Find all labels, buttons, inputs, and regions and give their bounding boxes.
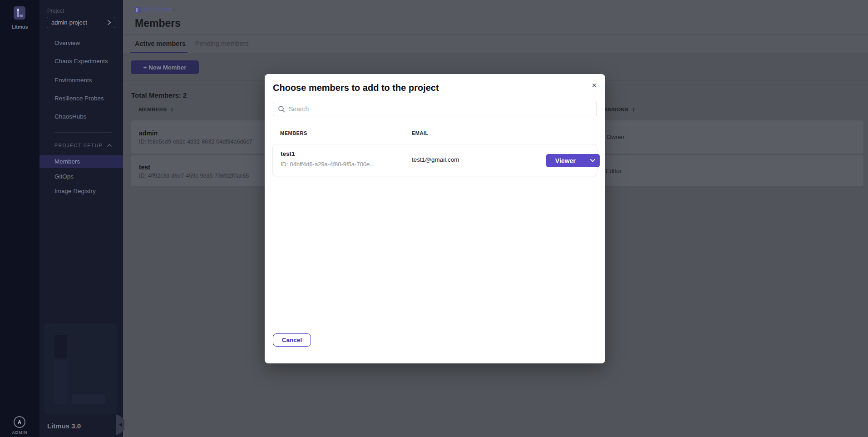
search-input[interactable]	[289, 105, 592, 113]
project-setup-label: PROJECT SETUP	[54, 143, 103, 148]
chevron-up-icon	[107, 144, 112, 147]
add-members-modal: Choose members to add to the project × M…	[265, 74, 605, 363]
column-header-members: MEMBERS ▲▼	[139, 107, 174, 112]
user-avatar[interactable]: A	[14, 416, 25, 428]
sort-icon[interactable]: ▲▼	[632, 107, 635, 112]
candidate-name: test1	[281, 150, 295, 157]
close-icon[interactable]: ×	[588, 79, 600, 91]
project-setup-section[interactable]: PROJECT SETUP	[54, 143, 112, 148]
sidebar-item-chaoshubs[interactable]: ChaosHubs	[39, 110, 123, 123]
role-select-button[interactable]: Viewer	[546, 154, 600, 167]
breadcrumb-chevron-icon: ›	[173, 6, 175, 13]
logo-foot-shape	[20, 15, 23, 17]
litmus-logo-label: Litmus	[0, 24, 39, 30]
total-members-label: Total Members: 2	[131, 91, 187, 99]
logo-dot-shape	[17, 9, 19, 11]
search-box	[273, 102, 597, 116]
member-name: admin	[139, 129, 158, 137]
page-title: Members	[135, 17, 181, 30]
icon-rail: Litmus A ADMIN	[0, 0, 39, 437]
sidebar-item-overview[interactable]: Overview	[39, 37, 123, 50]
modal-column-members: MEMBERS	[280, 130, 307, 136]
modal-title: Choose members to add to the project	[273, 83, 439, 93]
chevron-right-icon	[108, 20, 111, 25]
sidebar-item-chaos-experiments[interactable]: Chaos Experiments	[39, 55, 123, 68]
candidate-member-row: test1 ID: 04bff4d6-a29a-4f80-9f5a-700e..…	[272, 144, 597, 176]
user-avatar-label: ADMIN	[0, 430, 39, 435]
sidebar-item-image-registry[interactable]: Image Registry	[39, 185, 123, 198]
project-selector-value: admin-project	[51, 19, 87, 26]
page-header: My Project › Members	[123, 0, 868, 35]
litmus-logo-icon[interactable]	[14, 6, 25, 20]
candidate-id: ID: 04bff4d6-a29a-4f80-9f5a-700e...	[281, 161, 375, 168]
member-permission: Owner	[607, 134, 625, 140]
member-id: ID: fe8e5cd9-eb2c-4d32-8632-04df34a6d6c7	[139, 139, 252, 145]
tab-bar: Active members Pending members	[123, 35, 868, 53]
member-name: test	[139, 164, 150, 171]
sidebar-divider	[54, 132, 112, 133]
project-selector[interactable]: admin-project	[47, 17, 115, 28]
search-icon	[278, 105, 285, 113]
role-label: Viewer	[546, 157, 585, 164]
chevron-down-icon[interactable]	[585, 159, 600, 162]
cancel-button[interactable]: Cancel	[273, 333, 311, 347]
sidebar-item-gitops[interactable]: GitOps	[39, 170, 123, 183]
sidebar-item-environments[interactable]: Environments	[39, 74, 123, 87]
sidebar-item-members[interactable]: Members	[39, 155, 123, 168]
new-member-button[interactable]: + New Member	[131, 60, 199, 74]
breadcrumb[interactable]: My Project	[144, 6, 172, 13]
modal-column-email: EMAIL	[412, 130, 429, 136]
sidebar: Project admin-project Overview Chaos Exp…	[39, 0, 123, 437]
member-permission: Editor	[606, 168, 621, 174]
sort-icon[interactable]: ▲▼	[171, 107, 174, 112]
tab-active-members[interactable]: Active members	[135, 40, 186, 47]
active-tab-underline	[130, 52, 187, 53]
member-id: ID: 4ff92c3d-d6e7-459c-9ed5-736fd2f0ac65	[139, 173, 249, 179]
candidate-email: test1@gmail.com	[412, 156, 459, 163]
litmus-watermark-logo	[44, 323, 117, 414]
tab-pending-members[interactable]: Pending members	[195, 40, 249, 47]
project-label: Project	[47, 8, 64, 14]
version-label: Litmus 3.0	[47, 422, 81, 430]
breadcrumb-project-icon	[135, 7, 141, 13]
sidebar-item-resilience-probes[interactable]: Resilience Probes	[39, 92, 123, 105]
